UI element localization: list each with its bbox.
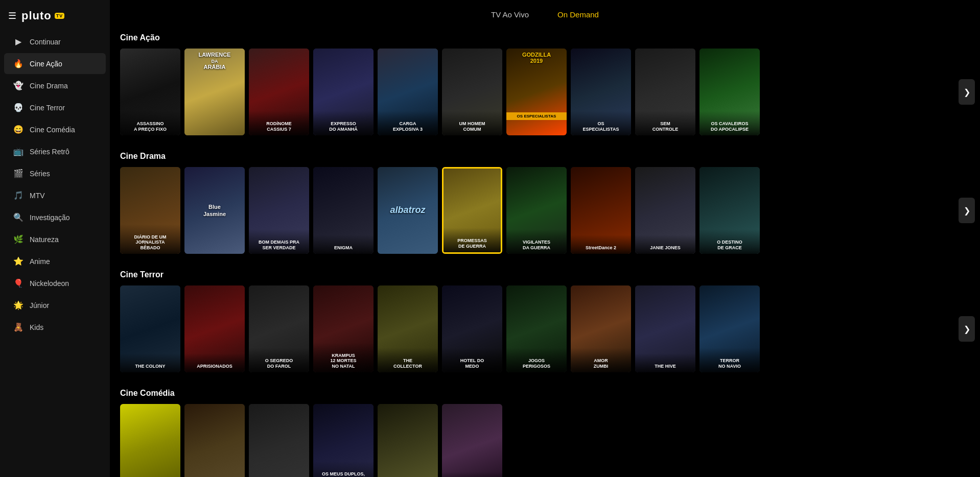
movie-title-bomdm: BOM DEMAIS PRASER VERDADE <box>249 229 309 254</box>
sidebar-label-investigacao: Investigação <box>30 213 70 222</box>
movies-row-comedia: OS MEUS DUPLOS,A MINHA MULHERE EU. MINHA… <box>120 404 970 477</box>
movie-title-collector: THECOLLECTOR <box>378 348 438 372</box>
movie-card-krampus[interactable]: KRAMPUS12 MORTESNO NATAL <box>313 285 374 372</box>
movie-title-assassino: ASSASSINOA PREÇO FIXO <box>120 111 180 135</box>
movie-title-com4: OS MEUS DUPLOS,A MINHA MULHERE EU. <box>313 461 374 477</box>
movie-title-terrornavio: TERRORNO NAVIO <box>699 348 760 372</box>
movie-title-diario: DIÁRIO DE UMJORNALISTABÊBADO <box>120 224 180 254</box>
sidebar-item-cine-drama[interactable]: 👻 Cine Drama <box>4 75 106 96</box>
movies-row-wrapper-terror: THE COLONY APRISIONADOS O SEGREDODO FARO… <box>120 285 970 372</box>
sidebar-item-natureza[interactable]: 🌿 Natureza <box>4 229 106 250</box>
movie-title-promessas: PROMESSASDE GUERRA <box>444 228 501 252</box>
movie-card-vigilantes[interactable]: VIGILANTESDA GUERRA <box>506 167 567 254</box>
scroll-right-acao[interactable]: ❯ <box>959 79 975 105</box>
movie-card-expresso[interactable]: EXPRESSODO AMANHÃ <box>313 49 374 135</box>
movie-card-bomdm[interactable]: BOM DEMAIS PRASER VERDADE <box>249 167 309 254</box>
movie-card-com1[interactable] <box>120 404 180 477</box>
sidebar-item-anime[interactable]: ⭐ Anime <box>4 251 106 272</box>
leaf-icon: 🌿 <box>13 234 24 244</box>
movie-title-farol: O SEGREDODO FAROL <box>249 348 309 372</box>
movie-card-collector[interactable]: THECOLLECTOR <box>378 285 438 372</box>
skull-icon: 💀 <box>13 103 24 112</box>
fire-icon: 🔥 <box>13 59 24 68</box>
sidebar-item-cine-terror[interactable]: 💀 Cine Terror <box>4 97 106 118</box>
movies-row-wrapper-comedia: OS MEUS DUPLOS,A MINHA MULHERE EU. MINHA… <box>120 404 970 477</box>
sidebar-label-series-retro: Séries Retrô <box>30 148 69 156</box>
movie-card-com6[interactable]: MINHAS MÃES <box>442 404 502 477</box>
movie-card-cavaleiros[interactable]: OS CAVALEIROSDO APOCALIPSE <box>699 49 760 135</box>
movie-card-aprisionados[interactable]: APRISIONADOS <box>184 285 245 372</box>
badge-especialistas: OS ESPECIALISTAS <box>506 112 567 120</box>
sidebar-label-anime: Anime <box>30 257 50 266</box>
section-title-cine-comedia: Cine Comédia <box>120 385 970 398</box>
movie-card-com4[interactable]: OS MEUS DUPLOS,A MINHA MULHERE EU. <box>313 404 374 477</box>
topnav-on-demand[interactable]: On Demand <box>553 8 603 21</box>
movie-card-amorzumbi[interactable]: AMORZUMBI <box>571 285 631 372</box>
sidebar-label-junior: Júnior <box>30 301 49 309</box>
movie-card-destino[interactable]: O DESTINODE GRACE <box>699 167 760 254</box>
sidebar-item-series-retro[interactable]: 📺 Séries Retrô <box>4 141 106 162</box>
movie-title-aprisionados: APRISIONADOS <box>184 353 245 372</box>
tv-icon: 📺 <box>13 147 24 156</box>
movie-card-com2[interactable] <box>184 404 245 477</box>
sidebar-item-cine-acao[interactable]: 🔥 Cine Ação <box>4 53 106 74</box>
movie-card-streetdance[interactable]: StreetDance 2 <box>571 167 631 254</box>
scroll-right-terror[interactable]: ❯ <box>959 316 975 342</box>
movie-card-promessas[interactable]: PROMESSASDE GUERRA <box>442 167 502 254</box>
movie-card-carga[interactable]: CARGAEXPLOSIVA 3 <box>378 49 438 135</box>
sidebar-item-cine-comedia[interactable]: 😄 Cine Comédia <box>4 119 106 140</box>
movie-title-semcontrole: SEMCONTROLE <box>635 111 695 135</box>
sidebar-label-cine-drama: Cine Drama <box>30 82 68 90</box>
movie-card-cassius[interactable]: RODÍNOMECASSIUS 7 <box>249 49 309 135</box>
topnav-tv-ao-vivo[interactable]: TV Ao Vivo <box>487 8 533 21</box>
movie-card-lawrence[interactable]: LAWRENCEDAARÁBIA <box>184 49 245 135</box>
movie-card-jasmine[interactable]: BlueJasmine <box>184 167 245 254</box>
sidebar-item-junior[interactable]: 🌟 Júnior <box>4 295 106 316</box>
sidebar-item-series[interactable]: 🎬 Séries <box>4 163 106 184</box>
sidebar-label-cine-acao: Cine Ação <box>30 60 62 68</box>
ghost-icon: 👻 <box>13 81 24 90</box>
movie-card-jogos[interactable]: JOGOSPERIGOSOS <box>506 285 567 372</box>
movie-card-hive[interactable]: THE HIVE <box>635 285 695 372</box>
movie-title-destino: O DESTINODE GRACE <box>699 229 760 254</box>
clapper-icon: 🎬 <box>13 169 24 178</box>
scroll-right-drama[interactable]: ❯ <box>959 198 975 223</box>
movie-card-enigma[interactable]: ENIGMA <box>313 167 374 254</box>
sidebar-item-kids[interactable]: 🧸 Kids <box>4 317 106 338</box>
movie-card-farol[interactable]: O SEGREDODO FAROL <box>249 285 309 372</box>
sidebar-label-nickelodeon: Nickelodeon <box>30 279 69 288</box>
sidebar-label-natureza: Natureza <box>30 235 59 244</box>
movie-title-amorzumbi: AMORZUMBI <box>571 348 631 372</box>
movie-card-terrornavio[interactable]: TERRORNO NAVIO <box>699 285 760 372</box>
sidebar-item-nickelodeon[interactable]: 🎈 Nickelodeon <box>4 273 106 294</box>
movie-card-colony[interactable]: THE COLONY <box>120 285 180 372</box>
movie-card-com3[interactable] <box>249 404 309 477</box>
movie-card-com5[interactable] <box>378 404 438 477</box>
sidebar-item-mtv[interactable]: 🎵 MTV <box>4 185 106 206</box>
sidebar-item-continuar[interactable]: ▶ Continuar <box>4 31 106 52</box>
movie-card-hotelmedo[interactable]: HOTEL DOMEDO <box>442 285 502 372</box>
movie-title-cassius: RODÍNOMECASSIUS 7 <box>249 111 309 135</box>
movie-card-janie[interactable]: JANIE JONES <box>635 167 695 254</box>
movie-card-especialistas[interactable]: OSESPECIALISTAS <box>571 49 631 135</box>
movie-card-semcontrole[interactable]: SEMCONTROLE <box>635 49 695 135</box>
section-title-cine-acao: Cine Ação <box>120 29 970 42</box>
movies-row-wrapper-drama: DIÁRIO DE UMJORNALISTABÊBADO BlueJasmine… <box>120 167 970 254</box>
top-navigation: TV Ao Vivo On Demand <box>110 0 980 29</box>
logo-badge: TV <box>55 13 65 19</box>
movie-card-assassino[interactable]: ASSASSINOA PREÇO FIXO <box>120 49 180 135</box>
movie-title-homem: UM HOMEMCOMUM <box>442 111 502 135</box>
sidebar-item-investigacao[interactable]: 🔍 Investigação <box>4 207 106 228</box>
movies-row-drama: DIÁRIO DE UMJORNALISTABÊBADO BlueJasmine… <box>120 167 970 254</box>
hamburger-icon[interactable]: ☰ <box>8 10 16 21</box>
movie-card-diario[interactable]: DIÁRIO DE UMJORNALISTABÊBADO <box>120 167 180 254</box>
movie-card-homem[interactable]: UM HOMEMCOMUM <box>442 49 502 135</box>
section-cine-drama: Cine Drama DIÁRIO DE UMJORNALISTABÊBADO … <box>120 148 970 254</box>
movie-title-com6: MINHAS MÃES <box>442 472 502 477</box>
section-cine-comedia: Cine Comédia OS MEUS DUPLOS,A MINHA MUL <box>120 385 970 477</box>
sidebar-label-continuar: Continuar <box>30 38 61 46</box>
logo: pluto TV <box>21 9 64 22</box>
movie-card-godzilla[interactable]: GODZILLA2019 OS ESPECIALISTAS <box>506 49 567 135</box>
movie-card-albatroz[interactable]: albatroz <box>378 167 438 254</box>
section-cine-acao: Cine Ação ASSASSINOA PREÇO FIXO LAWRENCE… <box>120 29 970 135</box>
